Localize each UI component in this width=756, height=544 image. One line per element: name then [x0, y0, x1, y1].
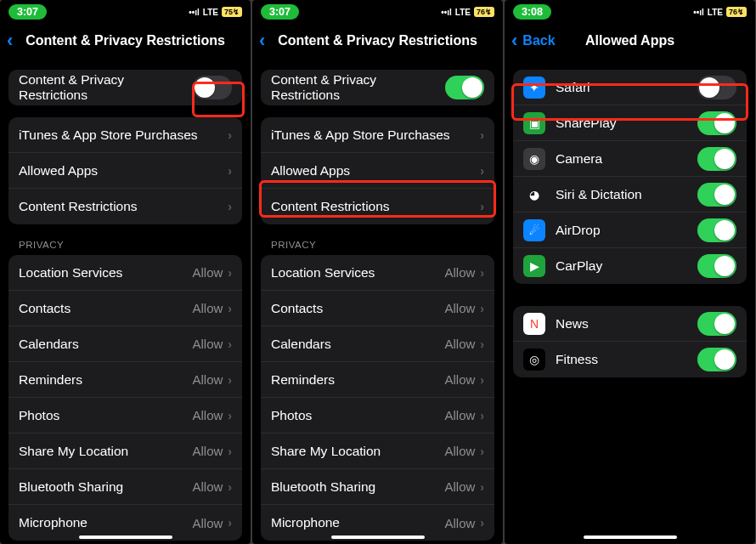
chevron-right-icon: › [480, 302, 484, 315]
chevron-right-icon: › [228, 200, 232, 213]
home-indicator[interactable] [331, 536, 425, 539]
home-indicator[interactable] [584, 536, 677, 539]
privacy-header: PRIVACY [271, 240, 503, 250]
privacy-row-photos[interactable]: PhotosAllow› [261, 398, 494, 434]
app-row-news[interactable]: NNews [513, 306, 747, 342]
privacy-row-share-my-location[interactable]: Share My LocationAllow› [8, 434, 242, 469]
camera-switch[interactable] [697, 147, 736, 171]
row-label: iTunes & App Store Purchases [19, 128, 228, 143]
row-label: Contacts [19, 301, 192, 316]
content-privacy-toggle-row[interactable]: Content & Privacy Restrictions [261, 70, 494, 105]
battery-icon: 76↯ [474, 7, 494, 17]
nav-row-itunes-app-store-purchases[interactable]: iTunes & App Store Purchases› [261, 117, 494, 153]
row-label: Content & Privacy Restrictions [19, 72, 193, 103]
row-label: Calendars [271, 337, 444, 352]
page-title: Content & Privacy Restrictions [25, 33, 225, 48]
airdrop-switch[interactable] [697, 218, 736, 242]
privacy-row-reminders[interactable]: RemindersAllow› [261, 362, 494, 398]
row-label: Content & Privacy Restrictions [271, 72, 445, 103]
back-chevron-icon[interactable]: ‹ [7, 30, 13, 52]
row-value: Allow [192, 516, 223, 530]
privacy-row-calendars[interactable]: CalendarsAllow› [261, 326, 494, 362]
row-value: Allow [192, 408, 223, 422]
row-value: Allow [192, 479, 223, 494]
row-label: Reminders [19, 372, 192, 388]
row-value: Allow [444, 444, 475, 458]
battery-icon: 76↯ [726, 7, 747, 17]
home-indicator[interactable] [79, 536, 172, 539]
row-label: Microphone [271, 515, 444, 530]
row-label: Allowed Apps [271, 163, 480, 178]
back-chevron-icon[interactable]: ‹ [259, 30, 265, 52]
app-row-shareplay[interactable]: ▣SharePlay [513, 105, 747, 141]
time-pill: 3:08 [513, 4, 551, 20]
row-label: CarPlay [556, 258, 697, 274]
chevron-right-icon: › [480, 164, 484, 178]
row-label: Bluetooth Sharing [19, 479, 192, 495]
chevron-right-icon: › [480, 266, 484, 280]
row-value: Allow [192, 337, 223, 351]
privacy-row-reminders[interactable]: RemindersAllow› [8, 362, 242, 398]
row-value: Allow [444, 479, 475, 494]
safari-switch[interactable] [697, 76, 736, 99]
row-label: Contacts [271, 301, 444, 316]
nav-row-allowed-apps[interactable]: Allowed Apps› [261, 153, 494, 189]
app-row-fitness[interactable]: ◎Fitness [513, 342, 747, 377]
nav-row-allowed-apps[interactable]: Allowed Apps› [8, 153, 242, 189]
siri-dictation-switch[interactable] [697, 183, 736, 207]
privacy-row-contacts[interactable]: ContactsAllow› [8, 291, 242, 326]
chevron-right-icon: › [480, 445, 484, 458]
chevron-right-icon: › [228, 302, 232, 315]
app-row-safari[interactable]: ✦Safari [513, 70, 747, 105]
privacy-header: PRIVACY [19, 240, 251, 250]
status-indicators: ••ıl LTE 76↯ [441, 7, 494, 17]
row-label: Fitness [556, 352, 697, 367]
privacy-row-contacts[interactable]: ContactsAllow› [261, 291, 494, 326]
app-row-camera[interactable]: ◉Camera [513, 141, 747, 177]
row-value: Allow [192, 444, 223, 458]
privacy-row-calendars[interactable]: CalendarsAllow› [8, 326, 242, 362]
carplay-switch[interactable] [697, 254, 736, 278]
back-button[interactable]: ‹Back [511, 30, 556, 52]
row-label: Share My Location [271, 444, 444, 459]
privacy-row-share-my-location[interactable]: Share My LocationAllow› [261, 434, 494, 469]
chevron-right-icon: › [480, 409, 484, 422]
app-row-carplay[interactable]: ▶CarPlay [513, 248, 747, 284]
row-value: Allow [192, 265, 223, 280]
privacy-row-photos[interactable]: PhotosAllow› [8, 398, 242, 434]
page-title: Content & Privacy Restrictions [278, 33, 477, 48]
screenshot-left: 3:07 ••ıl LTE 75↯ ‹ Content & Privacy Re… [0, 0, 251, 544]
content-privacy-switch[interactable] [193, 76, 232, 99]
status-bar: 3:07 ••ıl LTE 76↯ [252, 0, 503, 24]
nav-bar: ‹ Content & Privacy Restrictions [0, 24, 251, 58]
status-indicators: ••ıl LTE 75↯ [189, 7, 242, 17]
fitness-icon: ◎ [523, 348, 545, 371]
content-privacy-toggle-row[interactable]: Content & Privacy Restrictions [8, 70, 242, 105]
row-label: AirDrop [556, 223, 697, 238]
app-row-siri-dictation[interactable]: ◕Siri & Dictation [513, 177, 747, 212]
row-value: Allow [444, 372, 475, 387]
nav-row-content-restrictions[interactable]: Content Restrictions› [261, 189, 494, 224]
nav-row-itunes-app-store-purchases[interactable]: iTunes & App Store Purchases› [8, 117, 242, 153]
privacy-row-bluetooth-sharing[interactable]: Bluetooth SharingAllow› [261, 469, 494, 505]
shareplay-switch[interactable] [697, 111, 736, 135]
page-title: Allowed Apps [585, 33, 674, 48]
row-label: Content Restrictions [19, 199, 228, 214]
privacy-row-bluetooth-sharing[interactable]: Bluetooth SharingAllow› [8, 469, 242, 505]
row-label: SharePlay [556, 116, 697, 131]
content-privacy-switch[interactable] [445, 76, 484, 99]
row-value: Allow [192, 372, 223, 387]
chevron-right-icon: › [480, 373, 484, 387]
row-label: Allowed Apps [19, 163, 228, 178]
app-row-airdrop[interactable]: ☄AirDrop [513, 212, 747, 248]
privacy-row-location-services[interactable]: Location ServicesAllow› [8, 255, 242, 291]
chevron-right-icon: › [480, 128, 484, 142]
status-indicators: ••ıl LTE 76↯ [693, 7, 747, 17]
siri-dictation-icon: ◕ [523, 184, 545, 206]
nav-row-content-restrictions[interactable]: Content Restrictions› [8, 189, 242, 224]
news-switch[interactable] [697, 312, 736, 336]
nav-bar: ‹ Content & Privacy Restrictions [252, 24, 503, 58]
fitness-switch[interactable] [697, 348, 736, 371]
privacy-row-location-services[interactable]: Location ServicesAllow› [261, 255, 494, 291]
row-label: Siri & Dictation [556, 187, 697, 202]
